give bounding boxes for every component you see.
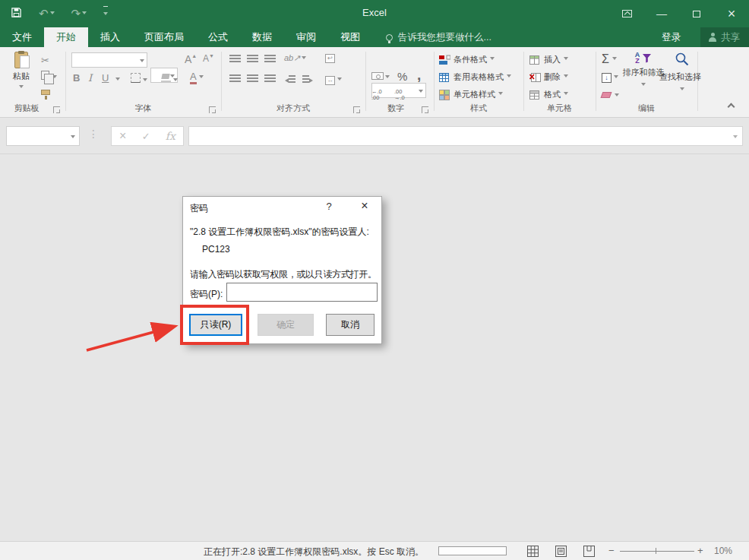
tab-insert[interactable]: 插入: [88, 27, 132, 47]
dialog-close-button[interactable]: ×: [354, 199, 375, 213]
formula-input[interactable]: [188, 126, 743, 146]
underline-dropdown-icon[interactable]: [115, 78, 120, 83]
decrease-decimal-button[interactable]: .00 →.0: [394, 89, 405, 101]
format-cells-button[interactable]: 格式: [529, 89, 568, 100]
decrease-indent-button[interactable]: [283, 75, 295, 84]
enter-formula-icon[interactable]: ✓: [142, 131, 150, 142]
cell-styles-dropdown-icon[interactable]: [498, 92, 503, 97]
share-button[interactable]: 共享: [700, 27, 749, 47]
tab-view[interactable]: 视图: [328, 27, 372, 47]
format-as-table-button[interactable]: 套用表格格式: [439, 71, 511, 83]
formula-bar-handle[interactable]: ⋮: [88, 128, 99, 140]
autosum-dropdown-icon[interactable]: [612, 57, 617, 62]
close-button[interactable]: ×: [714, 0, 749, 27]
formula-expand-icon[interactable]: [733, 135, 738, 141]
fill-color-dropdown-icon[interactable]: [173, 78, 178, 84]
cell-styles-button[interactable]: 单元格样式: [439, 89, 503, 100]
copy-icon[interactable]: [41, 71, 57, 81]
font-name-combo[interactable]: [71, 52, 147, 68]
tell-me-box[interactable]: 告诉我您想要做什么...: [386, 27, 491, 47]
underline-button[interactable]: U: [102, 72, 109, 84]
merge-center-dropdown-icon[interactable]: [337, 78, 342, 83]
insert-dropdown-icon[interactable]: [564, 57, 568, 62]
fill-dropdown-icon[interactable]: [614, 75, 618, 81]
normal-view-icon[interactable]: [527, 546, 539, 557]
grow-font-button[interactable]: A▲: [185, 53, 197, 65]
sign-in-link[interactable]: 登录: [662, 31, 681, 44]
bold-button[interactable]: B: [73, 72, 80, 84]
align-left-icon[interactable]: [229, 74, 241, 82]
orientation-button[interactable]: ab↗: [284, 53, 306, 63]
font-color-dropdown-icon[interactable]: [199, 75, 204, 81]
clear-button[interactable]: [602, 90, 619, 100]
font-dialog-launcher[interactable]: [209, 106, 216, 113]
orientation-dropdown-icon[interactable]: [302, 56, 306, 62]
page-layout-view-icon[interactable]: [555, 546, 567, 557]
fill-color-button[interactable]: [161, 73, 178, 84]
tab-formulas[interactable]: 公式: [196, 27, 240, 47]
clipboard-dialog-launcher[interactable]: [53, 106, 60, 113]
paste-button[interactable]: 粘贴: [6, 52, 36, 91]
insert-function-icon[interactable]: fx: [166, 130, 175, 142]
middle-align-icon[interactable]: [247, 55, 258, 62]
find-select-dropdown-icon[interactable]: [680, 87, 684, 93]
collapse-ribbon-icon[interactable]: [728, 103, 735, 111]
tab-data[interactable]: 数据: [240, 27, 284, 47]
sort-filter-dropdown-icon[interactable]: [641, 83, 646, 88]
delete-dropdown-icon[interactable]: [564, 74, 568, 80]
tab-review[interactable]: 审阅: [284, 27, 328, 47]
name-box[interactable]: [6, 126, 80, 146]
accounting-dropdown-icon[interactable]: [385, 75, 390, 81]
wrap-text-icon[interactable]: ↩: [325, 54, 335, 63]
page-break-preview-icon[interactable]: [583, 546, 595, 557]
password-input[interactable]: [226, 283, 378, 302]
cancel-formula-icon[interactable]: ×: [119, 129, 126, 143]
cut-icon[interactable]: ✂: [41, 55, 49, 66]
format-painter-icon[interactable]: [41, 87, 50, 96]
tab-file[interactable]: 文件: [0, 27, 44, 47]
font-color-button[interactable]: A: [190, 72, 204, 81]
shrink-font-button[interactable]: A▼: [203, 53, 214, 64]
number-format-dropdown-icon[interactable]: [419, 90, 423, 95]
dialog-help-button[interactable]: ?: [321, 201, 337, 212]
maximize-button[interactable]: [679, 0, 714, 27]
zoom-out-button[interactable]: −: [608, 545, 615, 556]
name-box-dropdown-icon[interactable]: [71, 135, 75, 141]
align-center-icon[interactable]: [247, 74, 258, 82]
zoom-slider-track[interactable]: [620, 551, 694, 552]
increase-decimal-button[interactable]: ←.0 .00: [371, 89, 382, 101]
insert-cells-button[interactable]: 插入: [529, 54, 568, 65]
tab-page-layout[interactable]: 页面布局: [132, 27, 196, 47]
zoom-slider-handle[interactable]: [656, 548, 656, 554]
minimize-button[interactable]: —: [644, 0, 679, 27]
tab-home[interactable]: 开始: [44, 27, 88, 47]
delete-cells-button[interactable]: 删除: [529, 71, 568, 83]
conditional-formatting-button[interactable]: 条件格式: [439, 54, 495, 65]
ribbon-display-options-button[interactable]: [609, 0, 644, 27]
bottom-align-icon[interactable]: [264, 55, 276, 62]
alignment-dialog-launcher[interactable]: [353, 106, 360, 113]
percent-style-button[interactable]: %: [397, 70, 407, 83]
font-name-dropdown-icon[interactable]: [140, 59, 144, 65]
fill-button[interactable]: ↓: [602, 72, 618, 83]
number-dialog-launcher[interactable]: [422, 106, 428, 113]
cancel-button[interactable]: 取消: [326, 314, 374, 336]
format-as-table-dropdown-icon[interactable]: [507, 74, 511, 80]
format-dropdown-icon[interactable]: [564, 92, 568, 97]
align-right-icon[interactable]: [264, 74, 276, 82]
zoom-level[interactable]: 10%: [714, 546, 732, 556]
find-select-button[interactable]: 查找和选择: [668, 52, 696, 93]
italic-button[interactable]: I: [88, 72, 92, 84]
borders-dropdown-icon[interactable]: [143, 78, 147, 84]
autosum-button[interactable]: Σ: [602, 52, 617, 66]
paste-dropdown-icon[interactable]: [19, 85, 24, 90]
increase-indent-button[interactable]: [302, 75, 315, 84]
borders-button[interactable]: [131, 73, 147, 84]
clear-dropdown-icon[interactable]: [615, 93, 619, 99]
comma-style-button[interactable]: ,: [417, 67, 421, 84]
conditional-formatting-dropdown-icon[interactable]: [490, 57, 495, 62]
top-align-icon[interactable]: [229, 55, 241, 62]
merge-center-button[interactable]: ↔: [325, 74, 342, 85]
zoom-in-button[interactable]: +: [697, 545, 703, 556]
accounting-format-button[interactable]: [371, 72, 390, 81]
